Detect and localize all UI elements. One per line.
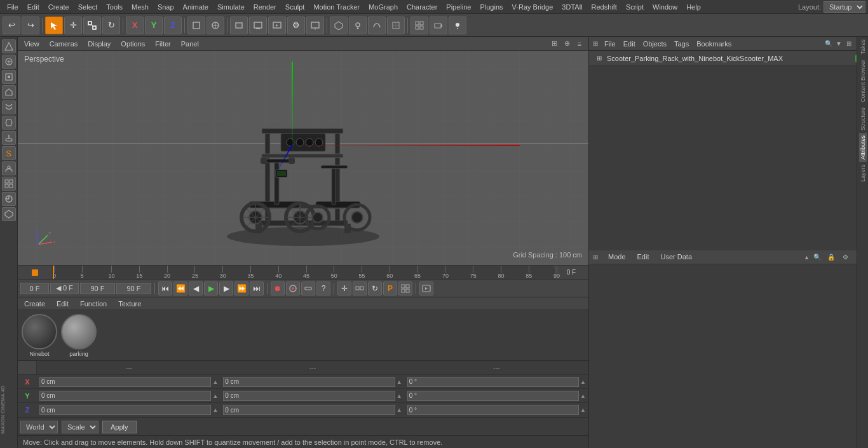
ffd-button[interactable] bbox=[387, 17, 405, 34]
material-item-parking[interactable]: parking bbox=[61, 314, 97, 357]
attr-user-data[interactable]: User Data bbox=[657, 252, 696, 262]
vp-menu-filter[interactable]: Filter bbox=[153, 39, 173, 49]
goto-end-button[interactable]: ⏭ bbox=[250, 282, 264, 295]
menu-mesh[interactable]: Mesh bbox=[127, 2, 153, 12]
menu-window[interactable]: Window bbox=[648, 2, 682, 12]
grid-button[interactable] bbox=[410, 17, 428, 34]
pb-move-button[interactable]: ✛ bbox=[337, 282, 351, 295]
sidebar-btn-11[interactable] bbox=[2, 192, 16, 206]
coord-z-size-input[interactable] bbox=[223, 405, 395, 415]
rotate-tool-button[interactable]: ↻ bbox=[102, 17, 120, 34]
coord-y-rot-input[interactable] bbox=[407, 391, 579, 401]
mat-create[interactable]: Create bbox=[22, 299, 48, 309]
rp-bookmarks[interactable]: Bookmarks bbox=[693, 39, 735, 49]
help-button[interactable]: ? bbox=[316, 282, 330, 295]
menu-pipeline[interactable]: Pipeline bbox=[442, 2, 475, 12]
coord-y-rot-up[interactable]: ▲ bbox=[580, 393, 586, 399]
attr-mode[interactable]: Mode bbox=[604, 252, 630, 262]
spline-button[interactable] bbox=[368, 17, 386, 34]
vp-menu-panel[interactable]: Panel bbox=[179, 39, 201, 49]
light-button[interactable] bbox=[449, 17, 466, 34]
rp-expand-btn[interactable]: ⊞ bbox=[844, 39, 854, 49]
menu-snap[interactable]: Snap bbox=[153, 2, 179, 12]
menu-simulate[interactable]: Simulate bbox=[213, 2, 249, 12]
pb-rotate-button[interactable]: ↻ bbox=[368, 282, 382, 295]
coord-z-size-up[interactable]: ▲ bbox=[397, 407, 402, 413]
vp-menu-cameras[interactable]: Cameras bbox=[47, 39, 81, 49]
menu-motion-tracker[interactable]: Motion Tracker bbox=[309, 2, 364, 12]
texture-mode-button[interactable] bbox=[207, 17, 224, 34]
coord-x-pos-up[interactable]: ▲ bbox=[212, 379, 218, 385]
sidebar-btn-2[interactable] bbox=[2, 55, 16, 69]
coord-x-rot-input[interactable] bbox=[407, 377, 579, 387]
next-frame-button[interactable]: ▶ bbox=[219, 282, 233, 295]
menu-tools[interactable]: Tools bbox=[102, 2, 127, 12]
material-ball-ninebot[interactable] bbox=[22, 314, 57, 350]
attr-edit[interactable]: Edit bbox=[634, 252, 653, 262]
sidebar-btn-7[interactable] bbox=[2, 131, 16, 145]
pb-scale-button[interactable] bbox=[353, 282, 367, 295]
menu-sculpt[interactable]: Sculpt bbox=[281, 2, 309, 12]
pb-grid-button[interactable] bbox=[398, 282, 412, 295]
rp-tags[interactable]: Tags bbox=[670, 39, 693, 49]
mat-texture[interactable]: Texture bbox=[116, 299, 144, 309]
attr-search-btn[interactable]: 🔍 bbox=[812, 252, 822, 262]
menu-file[interactable]: File bbox=[3, 2, 23, 12]
vp-menu-view[interactable]: View bbox=[22, 39, 42, 49]
scale-tool-button[interactable] bbox=[83, 17, 101, 34]
attr-triangle-icon[interactable]: ▴ bbox=[805, 254, 808, 261]
tab-content-browser[interactable]: Content Browser bbox=[859, 57, 867, 105]
menu-3dtall[interactable]: 3DTAll bbox=[557, 2, 587, 12]
coord-y-pos-up[interactable]: ▲ bbox=[212, 393, 218, 399]
menu-animate[interactable]: Animate bbox=[179, 2, 213, 12]
pb-render-button[interactable] bbox=[419, 282, 433, 295]
render-view-button[interactable] bbox=[249, 17, 267, 34]
coord-z-rot-up[interactable]: ▲ bbox=[580, 407, 586, 413]
record-button[interactable]: ⏺ bbox=[271, 282, 285, 295]
menu-select[interactable]: Select bbox=[74, 2, 102, 12]
viewport-canvas[interactable]: Perspective bbox=[18, 51, 588, 265]
menu-help[interactable]: Help bbox=[682, 2, 705, 12]
coord-z-pos-up[interactable]: ▲ bbox=[212, 407, 218, 413]
render-to-button[interactable] bbox=[306, 17, 324, 34]
mat-function[interactable]: Function bbox=[78, 299, 109, 309]
coord-z-rot-input[interactable] bbox=[407, 405, 579, 415]
timeline-area[interactable]: 051015202530354045505560657075808590 0 F bbox=[18, 265, 588, 279]
attr-settings-btn[interactable]: ⚙ bbox=[840, 252, 850, 262]
sidebar-btn-9[interactable] bbox=[2, 161, 16, 175]
paint-button[interactable] bbox=[349, 17, 367, 34]
play-button[interactable]: ▶ bbox=[204, 282, 218, 295]
menu-render[interactable]: Render bbox=[249, 2, 281, 12]
rp-file[interactable]: File bbox=[600, 39, 620, 49]
menu-vray[interactable]: V-Ray Bridge bbox=[508, 2, 558, 12]
material-ball-parking[interactable] bbox=[61, 314, 97, 350]
sidebar-btn-4[interactable] bbox=[2, 85, 16, 99]
material-item-ninebot[interactable]: Ninebot bbox=[22, 314, 57, 357]
end-frame-input[interactable] bbox=[80, 283, 115, 294]
rp-objects[interactable]: Objects bbox=[639, 39, 670, 49]
vp-move-icon[interactable]: ⊕ bbox=[562, 39, 572, 49]
goto-start-button[interactable]: ⏮ bbox=[158, 282, 172, 295]
tab-takes[interactable]: Takes bbox=[859, 37, 867, 57]
select-tool-button[interactable] bbox=[45, 17, 63, 34]
render-region-button[interactable] bbox=[230, 17, 248, 34]
object-browser-row[interactable]: ⊞ Scooter_Parking_Rack_with_Ninebot_Kick… bbox=[589, 51, 868, 66]
vp-menu-display[interactable]: Display bbox=[85, 39, 113, 49]
object-mode-button[interactable] bbox=[187, 17, 205, 34]
coord-z-pos-input[interactable] bbox=[39, 405, 211, 415]
tab-structure[interactable]: Structure bbox=[859, 105, 867, 133]
menu-mograph[interactable]: MoGraph bbox=[364, 2, 402, 12]
sidebar-btn-1[interactable] bbox=[2, 39, 16, 53]
next-key-button[interactable]: ⏩ bbox=[234, 282, 248, 295]
tab-layers[interactable]: Layers bbox=[859, 162, 867, 184]
undo-button[interactable]: ↩ bbox=[3, 17, 20, 34]
cube-mode-button[interactable] bbox=[330, 17, 348, 34]
render-button[interactable] bbox=[268, 17, 286, 34]
z-axis-button[interactable]: Z bbox=[164, 17, 182, 34]
menu-redshift[interactable]: Redshift bbox=[587, 2, 621, 12]
coord-x-size-input[interactable] bbox=[223, 377, 395, 387]
timeline-ruler[interactable]: 051015202530354045505560657075808590 bbox=[53, 266, 553, 279]
vp-menu-options[interactable]: Options bbox=[118, 39, 147, 49]
x-axis-button[interactable]: X bbox=[126, 17, 144, 34]
menu-character[interactable]: Character bbox=[402, 2, 442, 12]
